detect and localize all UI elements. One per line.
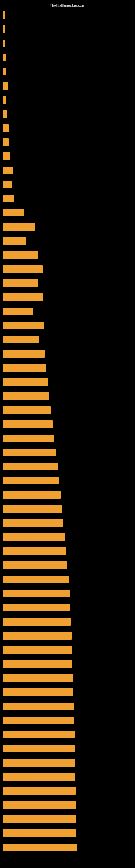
bar: Bottleneck result (3, 731, 75, 738)
bar: Bottleneck result (3, 406, 51, 414)
bar-row: Bottleneck result (3, 629, 132, 643)
bar-row: Bottleneck result (3, 685, 132, 699)
bar-row: Bottleneck result (3, 727, 132, 742)
bar-row: Bottleneck result (3, 361, 132, 375)
bar: Bottl (3, 195, 14, 203)
bar-row: Bottleneck result (3, 403, 132, 417)
bar-row: Bottleneck res (3, 220, 132, 234)
bar: Bottleneck result (3, 293, 43, 301)
bar: Bottleneck result (3, 435, 54, 442)
bar-row: Bo (3, 121, 132, 135)
bar: Bottleneck result (3, 364, 46, 372)
bar-row: Bottleneck result (3, 812, 132, 826)
bar-row: Bottleneck result (3, 347, 132, 361)
bar: Bottleneck result (3, 448, 56, 456)
bar-row: Bottleneck result (3, 516, 132, 530)
bar: Bottleneck result (3, 392, 49, 400)
bar: Bottleneck res (3, 223, 35, 230)
bar: Bottleneck result (3, 830, 77, 837)
bar-row: Bottleneck result (3, 840, 132, 855)
bar-row: Bottleneck result (3, 474, 132, 488)
bar: Bottleneck result (3, 632, 72, 640)
bar-row: Bottleneck result (3, 784, 132, 798)
bar: Bottleneck result (3, 477, 59, 485)
bar (3, 11, 5, 19)
bar-row: Bottleneck result (3, 699, 132, 713)
bar: Bottleneck (3, 237, 27, 245)
bar-row: B (3, 51, 132, 65)
bar-row: Bo (3, 79, 132, 93)
bar: Bottleneck result (3, 322, 44, 329)
bar: Bottleneck resu (3, 279, 38, 287)
bar-row: Bottl (3, 163, 132, 177)
bar: Bottleneck result (3, 660, 72, 668)
bar-row: Bottleneck result (3, 502, 132, 516)
bar-row: Bottleneck result (3, 544, 132, 558)
bar: Bottl (3, 166, 13, 174)
bar-row: Bottleneck result (3, 431, 132, 445)
bar: Bottleneck result (3, 491, 61, 499)
bar: Bottleneck result (3, 576, 69, 583)
bar-row: Bottleneck result (3, 460, 132, 474)
bar: Bottleneck result (3, 421, 53, 428)
bar: Bottleneck result (3, 773, 75, 781)
bar: B (3, 110, 7, 118)
bar: B (3, 96, 6, 104)
bar-row: Bottleneck result (3, 488, 132, 502)
bar: Bottleneck result (3, 717, 74, 724)
bar-row: B (3, 107, 132, 121)
bar: Bottleneck result (3, 759, 75, 767)
bar-row: Bottleneck result (3, 713, 132, 727)
bar: Bot (3, 152, 10, 160)
bar: Bottleneck result (3, 463, 58, 470)
bar: Bottleneck result (3, 533, 65, 541)
bar-row: Bottleneck (3, 234, 132, 248)
bar-row: Bottlenec (3, 206, 132, 220)
bar: Bo (3, 138, 9, 146)
bar: Bottleneck resu (3, 336, 39, 343)
bar-row: Bottleneck result (3, 615, 132, 629)
bar-row: Bo (3, 135, 132, 149)
bar: Bottleneck result (3, 646, 72, 654)
bar-row: Bott (3, 177, 132, 191)
bar: Bottleneck result (3, 618, 71, 625)
bar-row: F (3, 22, 132, 36)
bar: Bottleneck result (3, 505, 62, 513)
bar: Bo (3, 124, 9, 132)
bar-row: Bottleneck result (3, 558, 132, 572)
bar: Bott (3, 181, 12, 188)
bar: Bottleneck re (3, 308, 33, 315)
bar-row: Bottleneck result (3, 742, 132, 756)
bar: Bottleneck resu (3, 251, 38, 259)
bar: Bottleneck result (3, 745, 75, 752)
bar-row: Bottleneck result (3, 445, 132, 460)
bar: B (3, 54, 6, 61)
bar-row: B (3, 65, 132, 79)
bar-row: Bottleneck result (3, 262, 132, 276)
bar: Bottleneck result (3, 604, 70, 611)
bar-row: Bottleneck result (3, 756, 132, 770)
bar-row: Bottleneck result (3, 770, 132, 784)
bar: Bottleneck result (3, 674, 73, 682)
bar-row: Bottleneck result (3, 671, 132, 685)
bar: Bottleneck result (3, 703, 74, 710)
bar-row: Bottleneck result (3, 375, 132, 389)
bar-row: Bottleneck resu (3, 333, 132, 347)
bar-row: Bottleneck resu (3, 276, 132, 290)
bar: Bottleneck result (3, 265, 43, 273)
bar-row: Bottleneck result (3, 798, 132, 812)
bar: Bottleneck result (3, 844, 77, 851)
bar-row (3, 8, 132, 22)
bar: Bottleneck result (3, 590, 70, 597)
bar: Bottleneck result (3, 350, 45, 358)
bar-row: Bottleneck result (3, 417, 132, 431)
bar-row: Bottleneck result (3, 290, 132, 304)
bar-row: Bottleneck result (3, 389, 132, 403)
bar-row: B (3, 93, 132, 107)
bar: Bottlenec (3, 209, 24, 216)
bar: Bottleneck result (3, 547, 66, 555)
bar: Bottleneck result (3, 378, 48, 386)
bar-row: Bottleneck re (3, 304, 132, 318)
bar: Bottleneck result (3, 801, 76, 809)
bar-row: Bottleneck result (3, 586, 132, 600)
